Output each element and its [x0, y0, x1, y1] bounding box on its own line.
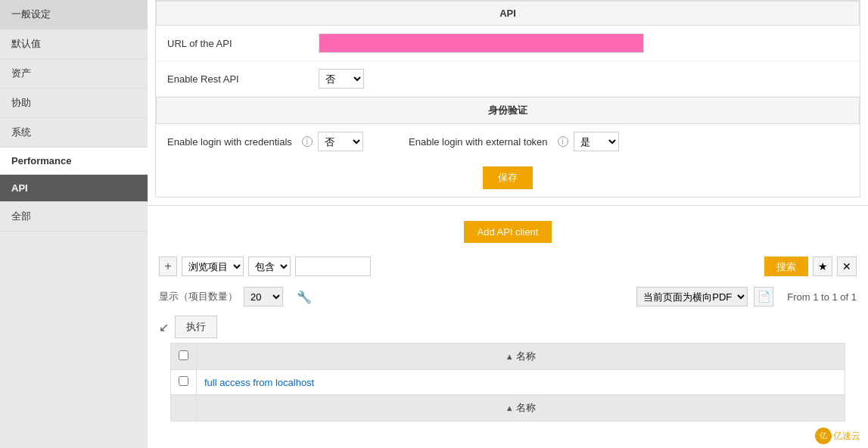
sidebar-item-default[interactable]: 默认值	[0, 30, 148, 59]
header-name[interactable]: ▲ 名称	[197, 344, 845, 370]
api-url-value	[319, 33, 848, 53]
row-checkbox[interactable]	[179, 376, 188, 386]
add-api-client-button[interactable]: Add API client	[464, 221, 552, 243]
execute-bar: ↙ 执行	[148, 311, 868, 343]
external-token-info-icon[interactable]: i	[558, 136, 568, 147]
contain-select[interactable]: 包含	[248, 257, 291, 276]
filter-text-input[interactable]	[295, 257, 371, 276]
search-button[interactable]: 搜索	[764, 257, 808, 276]
row-checkbox-cell	[171, 370, 197, 395]
sidebar-item-api[interactable]: API	[0, 175, 148, 202]
table-header-row: ▲ 名称	[171, 344, 845, 370]
enable-rest-value: 否 是	[319, 69, 848, 89]
pagination-bar: 显示（项目数量） 20 50 100 🔧 当前页面为横向PDF 📄 From 1…	[148, 282, 868, 311]
login-credentials-info-icon[interactable]: i	[302, 136, 313, 147]
header-checkbox[interactable]	[179, 350, 188, 360]
login-credentials-select[interactable]: 否 是	[318, 132, 363, 151]
api-panel: API URL of the API Enable Rest API 否 是	[155, 0, 860, 198]
sidebar-item-general[interactable]: 一般设定	[0, 0, 148, 30]
watermark: 亿 亿速云	[815, 428, 860, 444]
execute-button[interactable]: 执行	[175, 316, 217, 338]
add-api-client-row: Add API client	[148, 213, 868, 250]
auth-row: Enable login with credentials i 否 是 Enab…	[156, 124, 860, 159]
export-select[interactable]: 当前页面为横向PDF	[636, 287, 748, 306]
watermark-text: 亿速云	[833, 430, 860, 443]
row-name-cell: full access from localhost	[197, 370, 845, 395]
main-content: API URL of the API Enable Rest API 否 是	[148, 0, 868, 448]
sidebar-item-system[interactable]: 系统	[0, 118, 148, 148]
star-icon[interactable]: ★	[813, 257, 832, 276]
sort-arrow-icon: ▲	[506, 352, 514, 361]
page-size-select[interactable]: 20 50 100	[244, 287, 283, 306]
clear-icon[interactable]: ✕	[837, 257, 857, 276]
sidebar-item-assets[interactable]: 资产	[0, 59, 148, 89]
export-icon[interactable]: 📄	[754, 287, 773, 306]
sidebar-item-performance[interactable]: Performance	[0, 148, 148, 175]
enable-rest-row: Enable Rest API 否 是	[156, 61, 860, 97]
api-url-label: URL of the API	[167, 38, 319, 49]
enable-rest-label: Enable Rest API	[167, 73, 319, 85]
add-filter-icon[interactable]: +	[159, 257, 177, 276]
section-divider	[148, 205, 868, 206]
save-button-row: 保存	[156, 159, 860, 197]
save-button[interactable]: 保存	[483, 166, 533, 189]
sidebar: 一般设定 默认值 资产 协助 系统 Performance API 全部	[0, 0, 148, 448]
footer-checkbox-cell	[171, 395, 197, 422]
sidebar-item-help[interactable]: 协助	[0, 89, 148, 118]
api-url-input[interactable]	[319, 33, 644, 53]
external-token-label: Enable login with external token	[409, 136, 548, 148]
external-token-select[interactable]: 是 否	[574, 132, 619, 151]
sort-icon[interactable]: ↙	[159, 320, 169, 334]
enable-rest-select[interactable]: 否 是	[319, 69, 364, 89]
browse-select[interactable]: 浏览项目	[182, 257, 244, 276]
login-credentials-field: Enable login with credentials i 否 是	[167, 132, 363, 151]
footer-sort-arrow-icon: ▲	[506, 403, 514, 412]
api-section-title: API	[156, 1, 860, 26]
table-container: ▲ 名称 full access from localhost	[148, 343, 868, 422]
pagination-text: From 1 to 1 of 1	[787, 291, 857, 303]
table-row: full access from localhost	[171, 370, 845, 395]
watermark-icon: 亿	[815, 428, 832, 444]
external-token-field: Enable login with external token i 是 否	[409, 132, 619, 151]
header-checkbox-cell	[171, 344, 197, 370]
api-clients-table: ▲ 名称 full access from localhost	[170, 343, 845, 422]
row-name-link[interactable]: full access from localhost	[204, 377, 314, 388]
filter-bar: + 浏览项目 包含 搜索 ★ ✕	[148, 250, 868, 282]
footer-name[interactable]: ▲ 名称	[197, 395, 845, 422]
sidebar-item-all[interactable]: 全部	[0, 202, 148, 232]
api-url-row: URL of the API	[156, 26, 860, 61]
wrench-icon[interactable]: 🔧	[297, 290, 312, 304]
table-footer-header-row: ▲ 名称	[171, 395, 845, 422]
login-credentials-label: Enable login with credentials	[167, 136, 292, 148]
auth-section-title: 身份验证	[156, 97, 860, 124]
show-label: 显示（项目数量）	[159, 290, 238, 303]
